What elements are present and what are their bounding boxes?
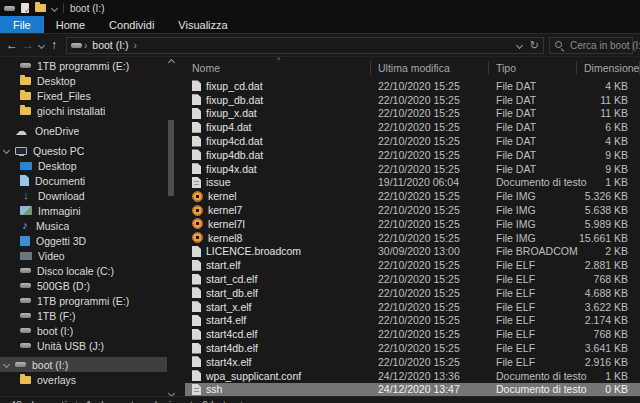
- sidebar-item-immagini[interactable]: Immagini: [0, 203, 167, 218]
- file-row-kernel7l[interactable]: kernel7l 22/10/2020 15:25 File IMG 5.989…: [185, 217, 640, 231]
- file-row-wpa-supplicant-conf[interactable]: wpa_supplicant.conf 24/12/2020 13:36 Doc…: [185, 369, 640, 383]
- sidebar-item-desktop[interactable]: Desktop: [0, 158, 167, 173]
- file-size: 2.881 KB: [577, 259, 640, 271]
- tab-file[interactable]: File: [0, 16, 44, 33]
- file-row-start-cd-elf[interactable]: start_cd.elf 22/10/2020 15:25 File ELF 7…: [185, 272, 640, 286]
- sidebar-item-icon: [20, 92, 31, 100]
- file-row-start4x-elf[interactable]: start4x.elf 22/10/2020 15:25 File ELF 2.…: [185, 355, 640, 369]
- sidebar-item-icon: [20, 206, 32, 215]
- column-header-dimensione[interactable]: Dimensione: [577, 61, 640, 75]
- file-row-start-x-elf[interactable]: start_x.elf 22/10/2020 15:25 File ELF 3.…: [185, 300, 640, 314]
- file-date: 24/12/2020 13:47: [371, 383, 489, 395]
- sidebar-item-1tb-programmi-e[interactable]: 1TB programmi (E:): [0, 58, 167, 73]
- tab-condividi[interactable]: Condividi: [97, 16, 166, 33]
- history-chevron-icon[interactable]: [36, 41, 46, 50]
- sidebar-item-desktop[interactable]: Desktop: [0, 73, 167, 88]
- sidebar-item-disco-locale-c[interactable]: Disco locale (C:): [0, 263, 167, 278]
- file-type-icon: [192, 136, 201, 147]
- refresh-icon[interactable]: ↻: [530, 39, 539, 52]
- qat-customize-chevron-icon[interactable]: [51, 4, 58, 11]
- up-button[interactable]: ↑: [46, 38, 62, 52]
- file-row-licence-broadcom[interactable]: LICENCE.broadcom 30/09/2020 13:00 File B…: [185, 245, 640, 259]
- file-date: 22/10/2020 15:25: [371, 149, 489, 161]
- tab-visualizza[interactable]: Visualizza: [166, 16, 239, 33]
- sidebar-scrollbar-thumb[interactable]: [168, 120, 174, 196]
- file-name: fixup4db.dat: [206, 149, 263, 161]
- file-row-ssh[interactable]: ssh 24/12/2020 13:47 Documento di testo …: [185, 383, 640, 397]
- sidebar-item-label: overlays: [37, 374, 76, 386]
- file-type-icon: [192, 260, 201, 271]
- expander-chevron-icon[interactable]: [3, 362, 9, 367]
- address-bar[interactable]: › boot (I:) › ↻: [66, 37, 544, 54]
- back-button[interactable]: ←: [4, 38, 20, 52]
- column-header-tipo[interactable]: Tipo: [489, 61, 577, 75]
- sidebar-item-1tb-f[interactable]: 1TB (F:): [0, 308, 167, 323]
- file-type: File ELF: [489, 287, 577, 299]
- address-dropdown-chevron-icon[interactable]: [516, 41, 523, 48]
- sidebar-item-label: 1TB programmi (E:): [37, 295, 129, 307]
- sidebar-item-icon: [20, 343, 31, 348]
- search-icon: [554, 40, 564, 50]
- sidebar-item-unit-usb-j[interactable]: Unità USB (J:): [0, 338, 167, 353]
- scrollbar-up-arrow-icon[interactable]: [168, 58, 174, 66]
- file-size: 9 KB: [577, 163, 640, 175]
- file-row-kernel8[interactable]: kernel8 22/10/2020 15:25 File IMG 15.661…: [185, 231, 640, 245]
- file-row-issue[interactable]: issue 19/11/2020 06:04 Documento di test…: [185, 176, 640, 190]
- file-type: File IMG: [489, 204, 577, 216]
- file-row-fixup4-dat[interactable]: fixup4.dat 22/10/2020 15:25 File DAT 6 K…: [185, 120, 640, 134]
- file-row-fixup-x-dat[interactable]: fixup_x.dat 22/10/2020 15:25 File DAT 11…: [185, 107, 640, 121]
- file-row-fixup-db-dat[interactable]: fixup_db.dat 22/10/2020 15:25 File DAT 1…: [185, 93, 640, 107]
- qat-new-folder-icon[interactable]: [35, 4, 46, 12]
- sidebar-item-overlays[interactable]: overlays: [0, 372, 167, 387]
- file-row-start-db-elf[interactable]: start_db.elf 22/10/2020 15:25 File ELF 4…: [185, 286, 640, 300]
- expander-chevron-icon[interactable]: [3, 148, 9, 153]
- forward-button[interactable]: →: [20, 38, 36, 52]
- file-size: 11 KB: [577, 107, 640, 119]
- file-row-kernel[interactable]: kernel 22/10/2020 15:25 File IMG 5.326 K…: [185, 189, 640, 203]
- file-name: LICENCE.broadcom: [206, 245, 301, 257]
- file-type-icon: [192, 246, 201, 257]
- column-header-ultima-modifica[interactable]: Ultima modifica: [371, 61, 489, 75]
- sidebar-item-icon: ☁: [15, 126, 29, 136]
- sidebar-item-icon: [20, 63, 31, 68]
- file-row-start4-elf[interactable]: start4.elf 22/10/2020 15:25 File ELF 2.1…: [185, 314, 640, 328]
- file-name: start_x.elf: [206, 301, 252, 313]
- file-row-fixup-cd-dat[interactable]: fixup_cd.dat 22/10/2020 15:25 File DAT 4…: [185, 79, 640, 93]
- search-input[interactable]: [568, 39, 640, 52]
- file-date: 22/10/2020 15:25: [371, 232, 489, 244]
- sidebar-item-500gb-d[interactable]: 500GB (D:): [0, 278, 167, 293]
- file-row-fixup4db-dat[interactable]: fixup4db.dat 22/10/2020 15:25 File DAT 9…: [185, 148, 640, 162]
- status-divider: |: [240, 399, 243, 403]
- file-type: File DAT: [489, 149, 577, 161]
- file-row-fixup4x-dat[interactable]: fixup4x.dat 22/10/2020 15:25 File DAT 9 …: [185, 162, 640, 176]
- sidebar-item-boot-i[interactable]: boot (I:): [0, 357, 167, 372]
- search-box[interactable]: [549, 37, 633, 54]
- sidebar-item-musica[interactable]: ♪ Musica: [0, 218, 167, 233]
- sidebar-item-icon: [20, 162, 32, 170]
- file-row-fixup4cd-dat[interactable]: fixup4cd.dat 22/10/2020 15:25 File DAT 4…: [185, 134, 640, 148]
- file-type: File IMG: [489, 232, 577, 244]
- sidebar-item-boot-i[interactable]: boot (I:): [0, 323, 167, 338]
- sidebar-scrollbar[interactable]: [167, 58, 175, 403]
- file-row-start-elf[interactable]: start.elf 22/10/2020 15:25 File ELF 2.88…: [185, 258, 640, 272]
- sidebar-item-documenti[interactable]: Documenti: [0, 173, 167, 188]
- file-size: 1 KB: [577, 176, 640, 188]
- sidebar-item-onedrive[interactable]: ☁ OneDrive: [0, 123, 167, 138]
- sidebar-item-giochi-installati[interactable]: giochi installati: [0, 103, 167, 118]
- sidebar-item-1tb-programmi-e[interactable]: 1TB programmi (E:): [0, 293, 167, 308]
- sidebar-item-download[interactable]: ↓ Download: [0, 188, 167, 203]
- column-header-nome[interactable]: Nome: [185, 61, 371, 75]
- tab-home[interactable]: Home: [44, 16, 97, 33]
- file-row-kernel7[interactable]: kernel7 22/10/2020 15:25 File IMG 5.638 …: [185, 203, 640, 217]
- breadcrumb-segment-boot[interactable]: boot (I:): [89, 39, 131, 51]
- file-type: File IMG: [489, 218, 577, 230]
- sidebar-item-fixed-files[interactable]: Fixed_Files: [0, 88, 167, 103]
- file-type-icon: [192, 287, 201, 298]
- sort-ascending-icon: ^: [277, 56, 280, 63]
- file-row-start4db-elf[interactable]: start4db.elf 22/10/2020 15:25 File ELF 3…: [185, 341, 640, 355]
- sidebar-item-questo-pc[interactable]: Questo PC: [0, 143, 167, 158]
- sidebar-item-oggetti-3d[interactable]: Oggetti 3D: [0, 233, 167, 248]
- sidebar-item-video[interactable]: Video: [0, 248, 167, 263]
- file-row-start4cd-elf[interactable]: start4cd.elf 22/10/2020 15:25 File ELF 7…: [185, 327, 640, 341]
- qat-properties-icon[interactable]: [21, 3, 29, 13]
